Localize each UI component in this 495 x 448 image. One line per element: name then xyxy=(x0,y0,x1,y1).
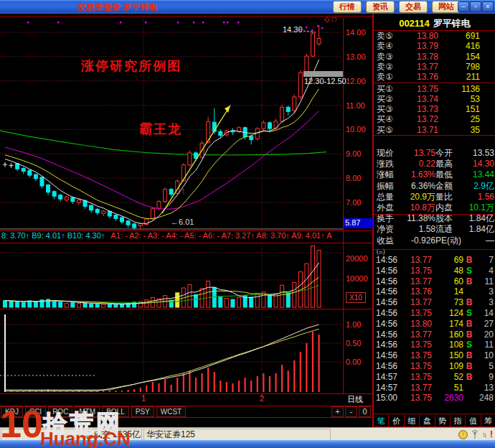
stat-row: 现价13.75今开13.53 xyxy=(374,148,495,159)
quote-tab-筹[interactable]: 筹 xyxy=(481,415,495,426)
tick-row: 14:5613.80174B27 xyxy=(374,319,495,330)
price-axis-label: 14.00 xyxy=(346,28,366,37)
ask-row: 卖⑤13.80691 xyxy=(374,31,495,41)
period-selector[interactable]: 日线 xyxy=(347,394,363,405)
draw-tool-icons[interactable]: ◇□ xyxy=(324,15,339,23)
ask-row: 卖②13.77798 xyxy=(374,62,495,72)
indicator-tab-WCST[interactable]: WCST xyxy=(156,406,186,417)
zoom-control-+[interactable]: + xyxy=(331,406,344,417)
bid-row: 买③13.73151 xyxy=(374,104,495,114)
stat-row: 外盘10.8万内盘10.1万 xyxy=(374,202,495,213)
bid-queue: 买①13.751136买②13.7453买③13.73151买④13.7225买… xyxy=(374,84,495,135)
box-icon[interactable]: □ xyxy=(332,15,339,23)
tick-row: 14:5613.76143 xyxy=(374,286,495,297)
price-axis-label: 7.00 xyxy=(346,198,361,207)
tick-row: 14:5613.77160B20 xyxy=(374,330,495,340)
alert-icon[interactable]: ! xyxy=(490,429,493,439)
quote-tab-价[interactable]: 价 xyxy=(388,415,403,426)
indicator-tab-MTM[interactable]: MTM xyxy=(75,406,100,417)
signal-tower-icon[interactable] xyxy=(471,430,479,439)
stat-row: 总量20.9万量比1.56 xyxy=(374,192,495,202)
titlebar-buttons: 行情 资讯 交易 网站 xyxy=(333,1,461,13)
stock-name: 罗平锌电 xyxy=(433,18,471,29)
zoom-control-0[interactable]: 0 xyxy=(359,406,371,417)
minimize-icon[interactable]: – xyxy=(458,1,469,12)
price-axis-label: 10.00 xyxy=(346,125,366,134)
zoom-control--[interactable]: - xyxy=(345,406,357,417)
indicator-a-values: A1: - A2: - A3: - A4: - A5: - A6: - A7: … xyxy=(110,231,331,240)
quotes-button[interactable]: 行情 xyxy=(333,1,362,13)
news-button[interactable]: 资讯 xyxy=(366,1,395,13)
volume-axis-label: 20000 xyxy=(346,254,368,263)
indicator-tab-KDJ[interactable]: KDJ xyxy=(1,406,23,417)
stat-row: 涨幅1.63%最低13.44 xyxy=(374,169,495,180)
svg-text:↑: ↑ xyxy=(181,185,186,196)
indicator-tab-CCI[interactable]: CCI xyxy=(25,406,46,417)
tick-row: 14:5613.75124S14 xyxy=(374,308,495,319)
tick-row: 14:5713.7552B9 xyxy=(374,372,495,383)
window-title: 交易未登录 罗平锌电 xyxy=(77,1,157,14)
window-controls: – ▫ × xyxy=(458,1,494,12)
indicator-tab-PSY[interactable]: PSY xyxy=(131,406,154,417)
volume-multiplier-badge: X10 xyxy=(346,292,366,303)
trade-button[interactable]: 交易 xyxy=(399,1,428,13)
min-price-badge: 5.87 xyxy=(344,218,373,228)
restore-icon[interactable]: ▫ xyxy=(470,1,481,12)
stat-row: 换手11.38%股本1.84亿 xyxy=(374,213,495,224)
stock-code: 002114 xyxy=(399,18,430,29)
quote-tab-盘[interactable]: 盘 xyxy=(419,415,434,426)
trading-app-window: ↑ 交易未登录 罗平锌电 行情 资讯 交易 网站 – ▫ × 涨停研究所例图 霸… xyxy=(0,0,495,448)
bid-row: 买⑤13.7135 xyxy=(374,125,495,135)
account-icon[interactable]: ↑ xyxy=(458,430,468,439)
bid-row: 买④13.7225 xyxy=(374,114,495,124)
stat-row: 净资1.58流通1.84亿 xyxy=(374,224,495,235)
price-axis-label: 9.00 xyxy=(346,149,361,158)
indicator-values-row: 8: 3.70↑ B9: 4.01↑ B10: 4.30↑A1: - A2: -… xyxy=(1,231,343,242)
quote-tab-bar: 笔价细盘势指值筹 xyxy=(374,415,495,426)
broker-status: 华安证券125 xyxy=(141,429,331,441)
website-button[interactable]: 网站 xyxy=(432,1,461,13)
quote-tab-笔[interactable]: 笔 xyxy=(374,415,388,426)
price-axis-label: 11.00 xyxy=(346,101,365,110)
ask-row: 卖③13.78154 xyxy=(374,52,495,62)
price-axis-label: 13.00 xyxy=(346,52,366,61)
stat-row: 收益㈢-0.926PE(动)— xyxy=(374,235,495,246)
indicator-b-values: 8: 3.70↑ B9: 4.01↑ B10: 4.30↑ xyxy=(1,231,105,240)
updown-arrows-icon[interactable]: ↑↓ xyxy=(482,429,487,439)
quote-tab-指[interactable]: 指 xyxy=(450,415,465,426)
status-bar: 总成交 1535亿 华安证券125 ↑ ↑↓ ! xyxy=(0,427,495,441)
x-axis-month-label: 1 xyxy=(141,394,146,403)
quote-tab-势[interactable]: 势 xyxy=(435,415,450,426)
volume-axis-label: 10000 xyxy=(346,274,368,283)
tick-list[interactable]: 14:5613.7769B714:5613.7548S414:5613.7760… xyxy=(374,255,495,403)
ask-row: 卖④13.79416 xyxy=(374,41,495,51)
diamond-icon[interactable]: ◇ xyxy=(324,15,332,23)
stock-header[interactable]: 002114罗平锌电 xyxy=(374,17,495,30)
sub-axis-label: 1.00 xyxy=(346,320,361,329)
tick-row: 14:5613.7548S4 xyxy=(374,266,495,276)
quote-tab-值[interactable]: 值 xyxy=(465,415,480,426)
quote-tab-细[interactable]: 细 xyxy=(404,415,419,426)
indicator-tab-bar: KDJCCIROCMTMBOLLPSYWCST xyxy=(1,406,186,417)
market-turnover-status: 总成交 1535亿 xyxy=(1,429,144,441)
sub-axis-label: 0.00 xyxy=(346,358,361,366)
price-axis-label: 12.00 xyxy=(346,77,366,85)
chart-canvas[interactable]: ↑ xyxy=(0,0,373,431)
indicator-tab-BOLL[interactable]: BOLL xyxy=(102,406,129,417)
price-axis-label: 8.00 xyxy=(346,174,361,182)
tick-row: 14:5713.775113 xyxy=(374,383,495,393)
ask-queue: 卖⑤13.80691卖④13.79416卖③13.78154卖②13.77798… xyxy=(374,31,495,82)
taskbar-strip xyxy=(0,440,495,448)
bid-row: 买①13.751136 xyxy=(374,84,495,94)
stat-row: 振幅6.36%金额2.9亿 xyxy=(374,181,495,192)
ask-row: 卖①13.76211 xyxy=(374,72,495,82)
titlebar[interactable]: 交易未登录 罗平锌电 行情 资讯 交易 网站 – ▫ × xyxy=(0,0,495,14)
close-icon[interactable]: × xyxy=(482,1,494,12)
indicator-tab-ROC[interactable]: ROC xyxy=(48,406,72,417)
zoom-controls: +-0 xyxy=(331,406,371,417)
tick-row: 14:5613.7769B7 xyxy=(374,255,495,266)
tick-row: 14:5613.75108S11 xyxy=(374,340,495,350)
tick-row: 14:5613.75150B10 xyxy=(374,350,495,361)
quote-stats: 现价13.75今开13.53涨跌0.22最高14.30涨幅1.63%最低13.4… xyxy=(374,148,495,246)
tick-row: 14:5613.7773B3 xyxy=(374,297,495,308)
